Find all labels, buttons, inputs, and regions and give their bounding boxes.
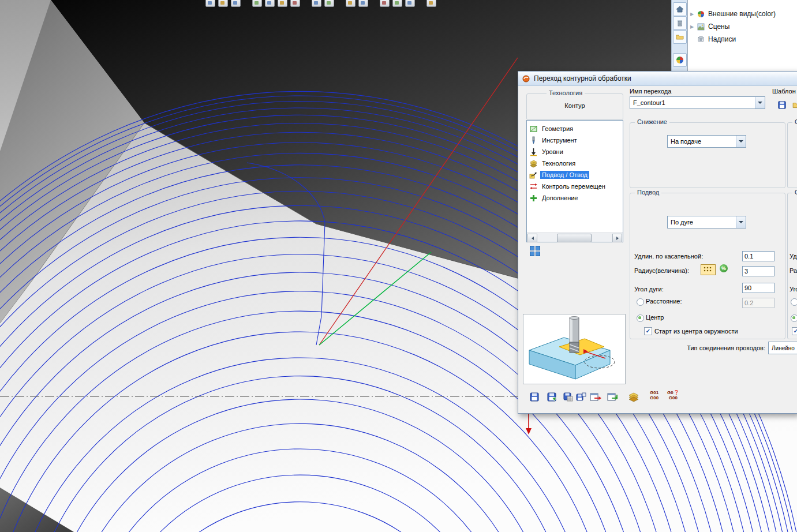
template-label: Шаблон <box>772 88 796 95</box>
floppy-icon <box>777 100 787 110</box>
floppy-arrow-icon <box>547 392 557 402</box>
save-all-button[interactable] <box>574 390 588 404</box>
tree-row-tool[interactable]: Инструмент <box>528 134 579 146</box>
view-toolbar-icon[interactable] <box>205 0 215 7</box>
layers-stack-button[interactable] <box>627 390 641 404</box>
scrollbar-thumb[interactable] <box>557 234 592 242</box>
start-center-checkbox[interactable]: ✓ <box>644 327 652 335</box>
window-red-arrow-icon <box>590 392 601 402</box>
expand-arrow-icon[interactable]: ▶ <box>688 24 696 29</box>
save-as-button[interactable] <box>545 390 559 404</box>
contour-operation-dialog: Переход контурной обработки Технология К… <box>518 71 797 414</box>
tree-row-label: Подвод / Отвод <box>540 171 589 179</box>
view-toolbar-icon[interactable] <box>358 0 368 7</box>
tree-row-levels[interactable]: Уровни <box>528 146 565 158</box>
clipped-distance-radio[interactable] <box>791 298 797 306</box>
arc-angle-input[interactable] <box>742 283 774 293</box>
clipped-connection-groupbox: Сое <box>787 122 797 188</box>
view-toolbar-icon[interactable] <box>392 0 402 7</box>
view-toolbar-icon[interactable] <box>231 0 241 7</box>
tree-item-label: Сцены <box>708 23 729 31</box>
dialog-titlebar[interactable]: Переход контурной обработки <box>518 72 797 86</box>
scroll-left-arrow[interactable] <box>527 234 537 242</box>
clipped-label: Ра <box>789 267 797 274</box>
arc-angle-label: Угол дуги: <box>634 286 664 293</box>
clipped-groupbox-caption: Отв <box>792 189 797 196</box>
descent-mode-value: На подаче <box>671 138 736 145</box>
approach-mode-value: По дуге <box>671 219 736 226</box>
delete-button[interactable] <box>673 16 687 30</box>
technology-value: Контур <box>527 102 623 109</box>
clipped-center-radio[interactable] <box>791 314 797 322</box>
tree-item-scenes[interactable]: ▶ Сцены <box>688 21 797 32</box>
operation-tree-list[interactable]: Геометрия Инструмент Уровни <box>526 120 623 242</box>
gcode-help-button[interactable]: G0❓ G00 <box>667 390 679 400</box>
template-open-button[interactable] <box>791 99 797 111</box>
annotations-icon <box>696 35 705 44</box>
home-button[interactable] <box>673 2 687 16</box>
template-save-button[interactable] <box>776 99 788 111</box>
tool-icon <box>529 136 538 145</box>
view-toolbar-icon[interactable] <box>252 0 262 7</box>
expand-arrow-icon[interactable]: ▶ <box>688 12 696 17</box>
calculator-icon <box>701 265 714 274</box>
add-operation-button[interactable] <box>606 390 620 404</box>
view-toolbar-icon[interactable] <box>278 0 287 7</box>
distance-input[interactable] <box>742 298 774 308</box>
scroll-right-arrow[interactable] <box>612 234 622 242</box>
center-radio[interactable] <box>637 314 644 322</box>
tree-item-annotations[interactable]: Надписи <box>688 33 797 45</box>
dropdown-arrow-icon[interactable] <box>736 136 746 147</box>
gcode-line: G0❓ <box>667 390 679 395</box>
view-toolbar-icon[interactable] <box>218 0 228 7</box>
view-toolbar-icon[interactable] <box>312 0 321 7</box>
tree-item-appearances[interactable]: ▶ Внешние виды(color) <box>688 8 797 20</box>
view-toolbar-icon[interactable] <box>324 0 334 7</box>
levels-icon <box>529 148 538 156</box>
percent-helper-icon[interactable]: % <box>720 264 728 272</box>
gcode-button[interactable]: G01 G00 <box>650 390 658 400</box>
appearance-sphere-button[interactable] <box>673 53 687 67</box>
export-operation-button[interactable] <box>589 390 603 404</box>
descent-mode-combobox[interactable]: На подаче <box>667 135 746 148</box>
approach-groupbox-caption: Подвод <box>635 189 661 196</box>
pass-connection-label: Тип соединения проходов: <box>651 344 765 351</box>
floppy-icon <box>529 392 540 402</box>
toolbar-separator <box>244 0 249 7</box>
calculator-button[interactable] <box>701 264 716 275</box>
approach-mode-combobox[interactable]: По дуге <box>667 216 746 228</box>
tree-row-addition[interactable]: Дополнение <box>528 192 579 204</box>
save-table-button[interactable] <box>561 390 575 404</box>
view-toolbar-icon[interactable] <box>346 0 356 7</box>
gcode-line: G01 <box>650 390 658 395</box>
layers-stack-icon <box>628 392 639 402</box>
application-window: ▶ Внешние виды(color) ▶ Сцены <box>0 0 797 532</box>
tree-row-movement-control[interactable]: Контроль перемещен <box>528 181 607 192</box>
open-folder-button[interactable] <box>673 30 687 44</box>
view-toolbar-icon[interactable] <box>426 0 436 7</box>
view-toolbar-icon[interactable] <box>405 0 415 7</box>
tangent-extension-input[interactable] <box>742 251 774 261</box>
approach-retract-icon <box>529 171 538 179</box>
tree-horizontal-scrollbar[interactable] <box>527 233 623 242</box>
view-toolbar-icon[interactable] <box>380 0 390 7</box>
task-pane-strip <box>671 0 687 71</box>
pass-connection-combobox[interactable]: Линейно <box>768 342 797 354</box>
view-toolbar-icon[interactable] <box>265 0 275 7</box>
movement-control-icon <box>529 182 538 191</box>
dropdown-arrow-icon[interactable] <box>755 97 765 108</box>
transition-name-combobox[interactable]: F_contour1 <box>630 96 765 109</box>
toolbar-separator <box>371 0 377 7</box>
clipped-checkbox[interactable]: ✓ <box>792 327 797 335</box>
tree-row-geometry[interactable]: Геометрия <box>528 123 575 134</box>
tree-row-approach-retract[interactable]: Подвод / Отвод <box>528 169 589 181</box>
dropdown-arrow-icon[interactable] <box>736 216 746 228</box>
tree-row-technology[interactable]: Технология <box>528 158 577 169</box>
distance-radio[interactable] <box>637 298 644 306</box>
save-button[interactable] <box>527 390 541 404</box>
view-toolbar-icon[interactable] <box>290 0 300 7</box>
descent-groupbox-caption: Снижение <box>635 118 669 125</box>
radius-input[interactable] <box>742 266 774 276</box>
floppy-grid-icon <box>563 392 573 402</box>
pattern-cells-icon[interactable] <box>530 246 541 257</box>
